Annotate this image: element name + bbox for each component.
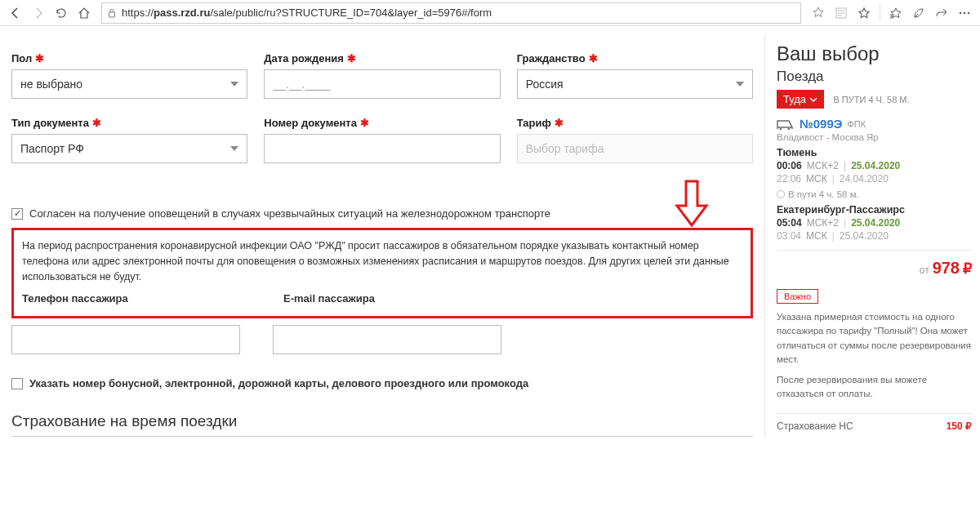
insurance-label: Страхование НС <box>777 420 853 432</box>
more-icon[interactable] <box>954 2 975 24</box>
tariff-label: Тариф✱ <box>517 117 753 129</box>
travel-duration: В пути 4 ч. 58 м. <box>777 189 972 199</box>
covid-notice-box: На период распространения коронавирусной… <box>11 228 753 318</box>
doc-type-label: Тип документа✱ <box>11 117 247 129</box>
important-text-2: После резервирования вы можете отказатьс… <box>777 373 972 402</box>
citizenship-label: Гражданство✱ <box>517 52 753 64</box>
consent-label: Согласен на получение оповещений в случа… <box>29 207 550 220</box>
favorite-icon[interactable] <box>853 2 875 24</box>
from-time: 00:06 <box>777 160 802 171</box>
home-button[interactable] <box>74 2 95 24</box>
to-date: 25.04.2020 <box>851 217 900 229</box>
from-city: Тюмень <box>777 147 972 158</box>
important-badge: Важно <box>777 289 818 304</box>
from-date: 25.04.2020 <box>851 160 900 171</box>
to-time: 05:04 <box>777 217 802 229</box>
phone-input[interactable] <box>11 325 240 354</box>
insurance-price: 150 ₽ <box>947 420 972 432</box>
citizenship-select[interactable]: Россия <box>517 69 753 99</box>
duration-top: В ПУТИ 4 Ч. 58 М. <box>833 95 909 105</box>
divider <box>11 436 753 437</box>
train-number[interactable]: №099Э <box>800 117 842 131</box>
svg-point-4 <box>968 11 969 13</box>
email-label: E-mail пассажира <box>283 292 528 305</box>
svg-point-6 <box>788 127 791 130</box>
gender-label: Пол✱ <box>11 52 247 64</box>
email-input[interactable] <box>273 325 501 354</box>
currency: ₽ <box>963 260 972 278</box>
direction-badge[interactable]: Туда <box>777 90 824 109</box>
train-icon <box>777 118 795 131</box>
form-area: Пол✱ не выбрано Дата рождения✱ __.__.___… <box>0 34 764 437</box>
favorites-list-icon[interactable] <box>885 2 906 24</box>
forward-button[interactable] <box>28 2 49 24</box>
sidebar-subtitle: Поезда <box>777 69 972 85</box>
doc-type-select[interactable]: Паспорт РФ <box>11 134 247 163</box>
birthdate-input[interactable]: __.__.____ <box>264 69 500 99</box>
insurance-heading: Страхование на время поездки <box>11 412 753 431</box>
route-text: Владивост - Москва Яр <box>777 132 972 142</box>
price-value: 978 <box>933 259 960 278</box>
sidebar-title: Ваш выбор <box>777 42 972 65</box>
gender-select[interactable]: не выбрано <box>11 69 247 99</box>
train-company: ФПК <box>847 119 866 129</box>
annotation-arrow-icon <box>674 180 710 229</box>
birthdate-label: Дата рождения✱ <box>264 52 500 64</box>
share-icon[interactable] <box>931 2 952 24</box>
reader-icon[interactable] <box>831 2 852 24</box>
browser-toolbar: https://pass.rzd.ru/sale/public/ru?STRUC… <box>0 0 980 26</box>
svg-point-2 <box>960 11 961 13</box>
bonus-label: Указать номер бонусной, электронной, дор… <box>29 377 528 389</box>
lock-icon <box>107 8 117 18</box>
tariff-select: Выбор тарифа <box>517 134 753 163</box>
doc-number-input[interactable] <box>264 134 500 163</box>
doc-number-label: Номер документа✱ <box>264 117 500 129</box>
phone-label: Телефон пассажира <box>22 292 267 305</box>
url-text: https://pass.rzd.ru/sale/public/ru?STRUC… <box>122 7 492 19</box>
summary-sidebar: Ваш выбор Поезда Туда В ПУТИ 4 Ч. 58 М. … <box>764 34 980 437</box>
important-text: Указана примерная стоимость на одного па… <box>777 310 972 367</box>
notes-icon[interactable] <box>908 2 929 24</box>
bonus-checkbox[interactable] <box>11 378 23 389</box>
svg-point-5 <box>780 127 782 130</box>
consent-checkbox[interactable]: ✓ <box>11 208 23 220</box>
chevron-down-icon <box>809 96 817 104</box>
address-bar[interactable]: https://pass.rzd.ru/sale/public/ru?STRUC… <box>101 2 801 24</box>
svg-rect-0 <box>109 12 115 17</box>
back-button[interactable] <box>5 2 26 24</box>
extension-icon[interactable] <box>808 2 829 24</box>
svg-point-3 <box>964 11 965 13</box>
covid-notice-text: На период распространения коронавирусной… <box>22 238 742 284</box>
refresh-button[interactable] <box>51 2 72 24</box>
to-city: Екатеринбург-Пассажирс <box>777 204 972 216</box>
